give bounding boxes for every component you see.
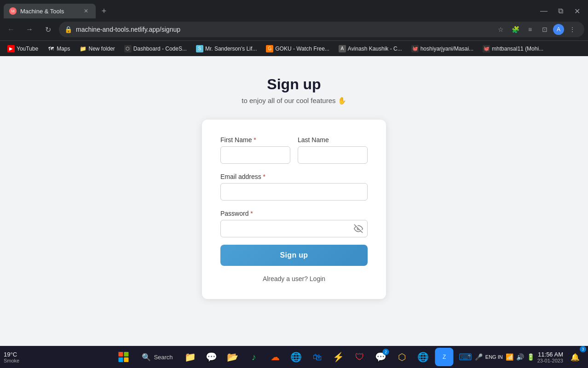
taskbar-spotify[interactable]: ♪ xyxy=(245,348,263,366)
toggle-password-button[interactable] xyxy=(354,224,363,233)
profile-button[interactable]: A xyxy=(553,24,564,35)
taskbar-edge[interactable]: 🌐 xyxy=(287,348,306,366)
bookmark-dashboard[interactable]: ⬡ Dashboard - CodeS... xyxy=(121,43,190,54)
bookmark-github2[interactable]: 🐙 mhtbansal11 (Mohi... xyxy=(479,43,547,54)
password-required: * xyxy=(250,210,253,217)
login-anchor[interactable]: Already a user? Login xyxy=(263,275,325,282)
email-required: * xyxy=(263,173,265,180)
system-tray: ⌃ 🎤 ENG IN 📶 🔊 🔋 xyxy=(467,353,535,361)
back-button[interactable]: ← xyxy=(4,22,18,37)
split-view-button[interactable]: ⊡ xyxy=(538,23,551,36)
signup-subtitle: to enjoy all of our cool features ✋ xyxy=(242,97,346,105)
taskbar-whatsapp[interactable]: 💬 2 xyxy=(372,348,390,366)
clock-time: 11:56 AM xyxy=(538,351,563,358)
codesandbox-favicon: ⬡ xyxy=(124,45,132,52)
bookmark-github1[interactable]: 🐙 hoshiyarjyani/Masai... xyxy=(408,43,477,54)
bookmark-avinash[interactable]: A Avinash Kaushik - C... xyxy=(335,43,406,54)
bookmark-avinash-label: Avinash Kaushik - C... xyxy=(348,46,402,52)
taskbar-search-button[interactable]: 🔍 Search xyxy=(136,351,178,363)
bookmark-github1-label: hoshiyarjyani/Masai... xyxy=(421,46,473,52)
taskbar-search-label: Search xyxy=(154,354,173,361)
windows-logo xyxy=(118,352,128,362)
password-wrapper xyxy=(220,220,368,237)
reload-button[interactable]: ↻ xyxy=(40,22,55,37)
active-tab[interactable]: M Machine & Tools ✕ xyxy=(4,4,96,18)
taskbar-teams[interactable]: 💬 xyxy=(202,348,221,366)
bookmark-youtube[interactable]: ▶ YouTube xyxy=(4,43,42,54)
bookmarks-bar: ▶ YouTube 🗺 Maps 📁 New folder ⬡ Dashboar… xyxy=(0,40,588,56)
lang-indicator[interactable]: ENG IN xyxy=(485,354,503,360)
last-name-group: Last Name xyxy=(298,136,368,164)
address-bar[interactable]: 🔒 machine-and-tools.netlify.app/signup ☆… xyxy=(59,22,584,37)
last-name-input[interactable] xyxy=(298,146,368,164)
taskbar: 19°C Smoke 🔍 Search 📁 💬 📂 ♪ ☁ 🌐 🛍 ⚡ 🛡 💬 … xyxy=(0,346,588,368)
whatsapp-badge: 2 xyxy=(383,349,389,355)
taskbar-left: 19°C Smoke xyxy=(4,351,23,363)
windows-start-button[interactable] xyxy=(113,347,133,367)
login-link[interactable]: Already a user? Login xyxy=(220,275,368,282)
first-name-input[interactable] xyxy=(220,146,290,164)
taskbar-soundcloud[interactable]: ☁ xyxy=(266,348,284,366)
forward-button[interactable]: → xyxy=(22,22,37,37)
bookmark-sanderson[interactable]: S Mr. Sanderson's Lif... xyxy=(192,43,260,54)
url-text: machine-and-tools.netlify.app/signup xyxy=(76,26,490,33)
clock-widget[interactable]: 11:56 AM 23-01-2023 xyxy=(537,351,563,363)
name-row: First Name * Last Name xyxy=(220,136,368,164)
taskbar-app9[interactable]: ⬡ xyxy=(393,348,411,366)
github1-favicon: 🐙 xyxy=(411,45,419,52)
weather-desc: Smoke xyxy=(4,358,19,363)
password-input[interactable] xyxy=(220,220,368,237)
taskbar-vscode[interactable]: ⌨ xyxy=(456,348,475,366)
address-bar-row: ← → ↻ 🔒 machine-and-tools.netlify.app/si… xyxy=(0,18,588,40)
minimize-window-button[interactable]: — xyxy=(536,4,551,18)
volume-icon[interactable]: 🔊 xyxy=(516,353,524,361)
bookmark-maps[interactable]: 🗺 Maps xyxy=(44,43,74,54)
taskbar-ms-store[interactable]: 🛍 xyxy=(308,348,327,366)
tab-close-button[interactable]: ✕ xyxy=(82,7,90,15)
taskbar-search-icon: 🔍 xyxy=(142,353,151,362)
signup-button[interactable]: Sign up xyxy=(220,245,368,266)
last-name-label: Last Name xyxy=(298,136,368,144)
extensions-button[interactable]: 🧩 xyxy=(509,23,522,36)
email-input[interactable] xyxy=(220,183,368,201)
tab-search-button[interactable]: ≡ xyxy=(524,23,536,36)
goku-favicon: G xyxy=(266,45,273,52)
taskbar-file-manager[interactable]: 📂 xyxy=(224,348,242,366)
taskbar-chrome[interactable]: 🌐 xyxy=(414,348,432,366)
taskbar-center: 🔍 Search 📁 💬 📂 ♪ ☁ 🌐 🛍 ⚡ 🛡 💬 2 ⬡ 🌐 Z ⌨ xyxy=(113,347,474,367)
bookmark-goku-label: GOKU - Watch Free... xyxy=(275,46,329,52)
signup-form-card: First Name * Last Name Email address * P… xyxy=(202,120,386,299)
first-name-required: * xyxy=(254,136,256,144)
bookmark-maps-label: Maps xyxy=(57,46,70,52)
bookmark-new-folder[interactable]: 📁 New folder xyxy=(76,43,119,54)
folder-favicon: 📁 xyxy=(80,45,87,52)
page-content: Sign up to enjoy all of our cool feature… xyxy=(0,56,588,346)
taskbar-zoom[interactable]: Z xyxy=(435,348,454,366)
github2-favicon: 🐙 xyxy=(483,45,490,52)
mic-icon[interactable]: 🎤 xyxy=(475,353,483,361)
battery-icon[interactable]: 🔋 xyxy=(527,353,535,361)
avinash-favicon: A xyxy=(339,45,346,52)
eye-off-icon xyxy=(354,224,363,233)
notification-center[interactable]: 🔔 3 xyxy=(566,348,584,366)
bookmark-dashboard-label: Dashboard - CodeS... xyxy=(133,46,187,52)
new-tab-button[interactable]: + xyxy=(98,5,110,17)
bookmark-sanderson-label: Mr. Sanderson's Lif... xyxy=(205,46,257,52)
first-name-label: First Name * xyxy=(220,136,290,144)
wifi-icon[interactable]: 📶 xyxy=(506,353,513,361)
first-name-group: First Name * xyxy=(220,136,290,164)
bookmark-goku[interactable]: G GOKU - Watch Free... xyxy=(262,43,333,54)
taskbar-right: ⌃ 🎤 ENG IN 📶 🔊 🔋 11:56 AM 23-01-2023 🔔 3 xyxy=(467,348,584,366)
restore-window-button[interactable]: ⧉ xyxy=(553,4,568,18)
bookmark-star-button[interactable]: ☆ xyxy=(494,23,507,36)
lock-icon: 🔒 xyxy=(64,26,72,33)
tab-favicon: M xyxy=(9,7,17,15)
taskbar-macos[interactable]: 🛡 xyxy=(351,348,369,366)
taskbar-file-explorer[interactable]: 📁 xyxy=(181,348,200,366)
weather-widget: 19°C Smoke xyxy=(4,351,19,363)
menu-button[interactable]: ⋮ xyxy=(566,23,579,36)
bookmark-youtube-label: YouTube xyxy=(17,46,38,52)
taskbar-app7[interactable]: ⚡ xyxy=(329,348,348,366)
close-window-button[interactable]: ✕ xyxy=(570,4,584,18)
weather-temp: 19°C xyxy=(4,351,17,358)
